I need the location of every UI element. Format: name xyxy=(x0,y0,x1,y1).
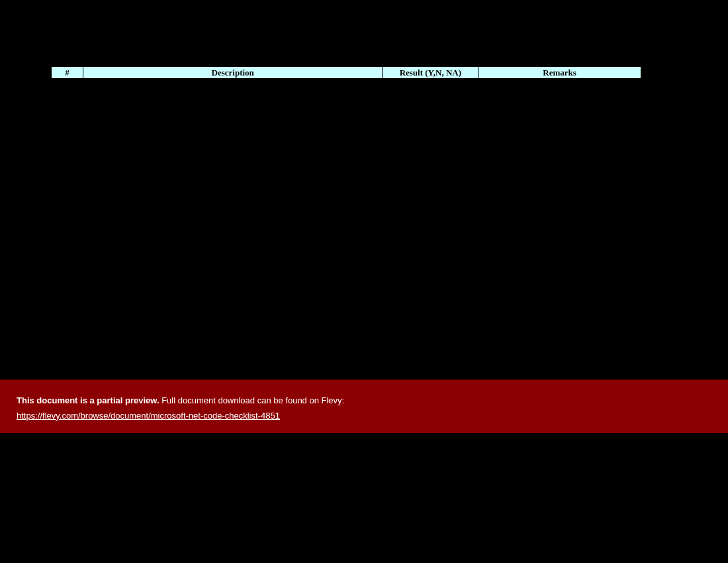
banner-link[interactable]: https://flevy.com/browse/document/micros… xyxy=(17,409,280,423)
col-header-result: Result (Y,N, NA) xyxy=(383,67,478,79)
col-header-number: # xyxy=(52,67,83,79)
preview-banner: This document is a partial preview. Full… xyxy=(0,380,728,433)
banner-bold-text: This document is a partial preview. xyxy=(17,395,159,405)
banner-rest-text: Full document download can be found on F… xyxy=(159,395,345,405)
col-header-remarks: Remarks xyxy=(478,67,641,79)
checklist-table: # Description Result (Y,N, NA) Remarks xyxy=(51,66,641,79)
table-header-row: # Description Result (Y,N, NA) Remarks xyxy=(52,67,641,79)
checklist-table-container: # Description Result (Y,N, NA) Remarks xyxy=(51,66,641,79)
col-header-description: Description xyxy=(83,67,382,79)
